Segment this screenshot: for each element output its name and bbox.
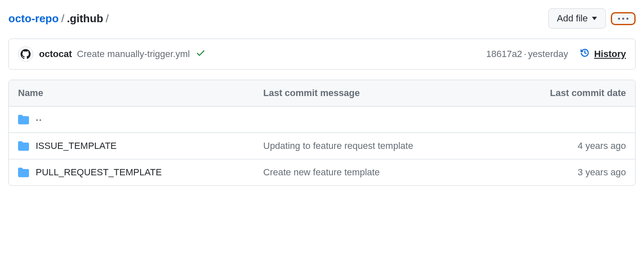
file-name: PULL_REQUEST_TEMPLATE bbox=[36, 167, 162, 178]
breadcrumb-trailing: / bbox=[106, 12, 109, 25]
history-link[interactable]: History bbox=[580, 48, 626, 60]
header-actions: Add file bbox=[548, 8, 636, 29]
avatar[interactable] bbox=[18, 47, 33, 62]
table-header: Name Last commit message Last commit dat… bbox=[9, 80, 635, 107]
kebab-icon bbox=[618, 18, 628, 20]
cell-name[interactable]: ISSUE_TEMPLATE bbox=[18, 141, 263, 151]
commit-message[interactable]: Create manually-trigger.yml bbox=[77, 49, 190, 60]
dot-separator: · bbox=[524, 49, 526, 60]
add-file-label: Add file bbox=[557, 13, 588, 24]
cell-date: 4 years ago bbox=[508, 141, 626, 151]
parent-dir-name: .. bbox=[36, 112, 42, 123]
col-date-header: Last commit date bbox=[508, 88, 626, 99]
col-message-header: Last commit message bbox=[263, 88, 508, 99]
history-label: History bbox=[594, 49, 626, 60]
file-name: ISSUE_TEMPLATE bbox=[36, 141, 117, 151]
table-row: PULL_REQUEST_TEMPLATE Create new feature… bbox=[9, 159, 635, 185]
table-row: ISSUE_TEMPLATE Updating to feature reque… bbox=[9, 133, 635, 159]
cell-message[interactable]: Create new feature template bbox=[263, 167, 508, 178]
cell-name[interactable]: PULL_REQUEST_TEMPLATE bbox=[18, 167, 263, 178]
more-options-button[interactable] bbox=[611, 12, 636, 25]
table-row-parent[interactable]: .. bbox=[9, 107, 635, 133]
cell-date: 3 years ago bbox=[508, 167, 626, 178]
breadcrumb: octo-repo / .github / bbox=[8, 12, 109, 25]
file-table: Name Last commit message Last commit dat… bbox=[8, 80, 636, 186]
breadcrumb-current: .github bbox=[67, 12, 103, 25]
breadcrumb-separator: / bbox=[61, 12, 64, 25]
octocat-icon bbox=[21, 49, 31, 59]
triangle-down-icon bbox=[592, 17, 597, 20]
check-icon[interactable] bbox=[196, 48, 206, 60]
commit-sha[interactable]: 18617a2 bbox=[486, 49, 522, 60]
add-file-button[interactable]: Add file bbox=[548, 8, 606, 29]
latest-commit-bar: octocat Create manually-trigger.yml 1861… bbox=[8, 39, 636, 70]
folder-icon bbox=[18, 141, 29, 151]
folder-icon bbox=[18, 167, 29, 178]
folder-icon bbox=[18, 114, 29, 125]
commit-author[interactable]: octocat bbox=[39, 49, 72, 60]
cell-message[interactable]: Updating to feature request template bbox=[263, 141, 508, 151]
header-row: octo-repo / .github / Add file bbox=[8, 8, 636, 29]
col-name-header: Name bbox=[18, 88, 263, 99]
breadcrumb-repo-link[interactable]: octo-repo bbox=[8, 12, 59, 25]
history-icon bbox=[580, 48, 590, 60]
commit-when: yesterday bbox=[528, 49, 568, 60]
